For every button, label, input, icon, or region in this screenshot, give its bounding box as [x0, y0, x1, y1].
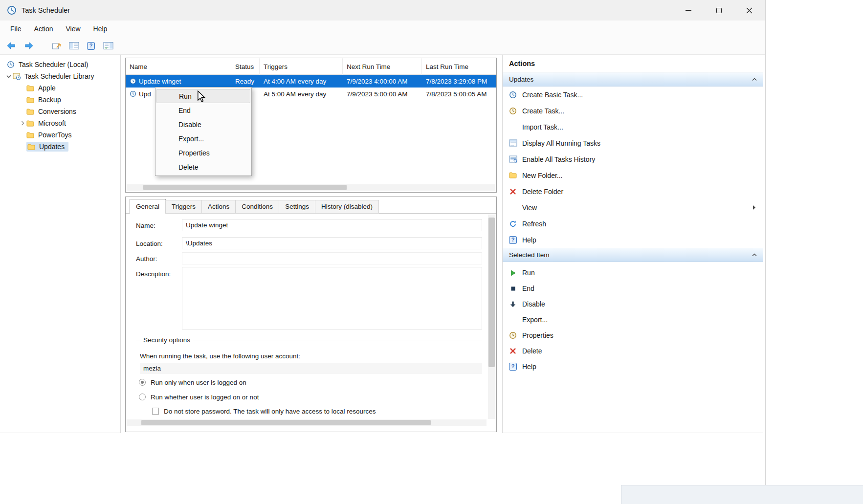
- section-header-label: Updates: [509, 76, 533, 83]
- detail-horizontal-scrollbar[interactable]: [127, 419, 487, 426]
- tree-folder-backup[interactable]: Backup: [0, 94, 120, 106]
- location-field: \Updates: [182, 237, 482, 249]
- submenu-arrow-icon: [752, 205, 756, 210]
- task-detail-panel: General Triggers Actions Conditions Sett…: [125, 197, 497, 432]
- new-folder-icon: [508, 171, 518, 180]
- chevron-down-icon[interactable]: [5, 75, 13, 78]
- run-icon: [508, 268, 518, 277]
- export-list-button[interactable]: [50, 40, 63, 52]
- action-run[interactable]: Run: [503, 265, 763, 281]
- action-create-task[interactable]: Create Task...: [503, 103, 763, 119]
- scrollbar-thumb[interactable]: [141, 420, 431, 425]
- action-help-selected[interactable]: ? Help: [503, 359, 763, 374]
- folder-icon: [26, 132, 36, 138]
- column-header-triggers[interactable]: Triggers: [260, 58, 343, 75]
- tree-folder-apple[interactable]: Apple: [0, 82, 120, 94]
- menu-file[interactable]: File: [4, 22, 28, 36]
- tab-triggers[interactable]: Triggers: [165, 200, 202, 214]
- action-delete[interactable]: Delete: [503, 343, 763, 359]
- task-next-run-cell: 7/9/2023 4:00:00 AM: [343, 75, 408, 88]
- task-row-update-winget[interactable]: Update winget Ready At 4:00 AM every day…: [126, 75, 496, 88]
- action-properties[interactable]: Properties: [503, 328, 763, 343]
- task-scheduler-window: Task Scheduler File Action View Help: [0, 0, 766, 504]
- scrollbar-thumb[interactable]: [488, 218, 495, 367]
- forward-button[interactable]: [22, 40, 35, 52]
- tab-settings[interactable]: Settings: [279, 200, 315, 214]
- detail-vertical-scrollbar[interactable]: [488, 215, 495, 419]
- action-label: Create Basic Task...: [522, 91, 583, 99]
- radio-logged-on-or-not[interactable]: [139, 394, 146, 400]
- column-header-next-run[interactable]: Next Run Time: [343, 58, 422, 75]
- task-last-run-cell: 7/8/2023 3:29:08 PM: [422, 75, 487, 88]
- task-list-horizontal-scrollbar[interactable]: [127, 184, 495, 191]
- checkbox-no-password[interactable]: [152, 408, 159, 415]
- back-button[interactable]: [5, 40, 18, 52]
- action-delete-folder[interactable]: Delete Folder: [503, 183, 763, 199]
- tree-library[interactable]: Task Scheduler Library: [0, 70, 120, 82]
- column-header-status[interactable]: Status: [231, 58, 260, 75]
- action-end[interactable]: End: [503, 281, 763, 296]
- action-display-running-tasks[interactable]: Display All Running Tasks: [503, 135, 763, 151]
- menu-action[interactable]: Action: [28, 22, 60, 36]
- selected-item-section-header[interactable]: Selected Item: [503, 248, 763, 262]
- detail-tabs: General Triggers Actions Conditions Sett…: [130, 199, 378, 214]
- tree-folder-label: Backup: [38, 96, 61, 104]
- tree-root[interactable]: Task Scheduler (Local): [0, 59, 120, 70]
- folder-icon: [27, 144, 37, 150]
- action-label: Properties: [522, 331, 553, 339]
- task-status-cell: Ready: [231, 75, 254, 88]
- task-list-header: Name Status Triggers Next Run Time Last …: [126, 58, 496, 75]
- actions-panel: Actions Updates Create Basic Task... Cre…: [502, 55, 763, 433]
- tab-history[interactable]: History (disabled): [315, 200, 379, 214]
- column-header-name[interactable]: Name: [126, 58, 231, 75]
- menu-view[interactable]: View: [59, 22, 87, 36]
- account-prompt: When running the task, use the following…: [140, 352, 300, 360]
- task-name: Update winget: [139, 78, 181, 85]
- export-icon: [508, 315, 518, 324]
- folder-icon: [26, 85, 36, 91]
- radio-logged-on[interactable]: [139, 379, 146, 386]
- chevron-right-icon[interactable]: [19, 121, 26, 126]
- tree-folder-conversions[interactable]: Conversions: [0, 106, 120, 117]
- context-properties[interactable]: Properties: [156, 146, 250, 160]
- action-export[interactable]: Export...: [503, 312, 763, 328]
- tree-folder-updates[interactable]: Updates: [0, 141, 120, 153]
- action-new-folder[interactable]: New Folder...: [503, 167, 763, 183]
- context-disable[interactable]: Disable: [156, 117, 250, 131]
- toolbar-help-button[interactable]: ?: [85, 40, 97, 52]
- action-create-basic-task[interactable]: Create Basic Task...: [503, 87, 763, 103]
- close-button[interactable]: [734, 0, 764, 21]
- updates-actions-list: Create Basic Task... Create Task... Impo…: [503, 87, 763, 248]
- action-help-updates[interactable]: ? Help: [503, 232, 763, 248]
- show-hide-tree-button[interactable]: [67, 40, 80, 52]
- console-tree-icon: [69, 42, 79, 50]
- action-label: Refresh: [522, 220, 546, 228]
- action-disable[interactable]: Disable: [503, 296, 763, 312]
- updates-section-header[interactable]: Updates: [503, 72, 763, 87]
- tab-conditions[interactable]: Conditions: [235, 200, 279, 214]
- enable-history-icon: [508, 155, 518, 164]
- context-export[interactable]: Export...: [156, 131, 250, 146]
- window-title: Task Scheduler: [22, 6, 70, 14]
- action-refresh[interactable]: Refresh: [503, 216, 763, 232]
- refresh-icon: [508, 219, 518, 228]
- tab-actions[interactable]: Actions: [201, 200, 236, 214]
- menu-help[interactable]: Help: [87, 22, 114, 36]
- context-delete[interactable]: Delete: [156, 160, 250, 174]
- action-import-task[interactable]: Import Task...: [503, 119, 763, 135]
- tree-folder-powertoys[interactable]: PowerToys: [0, 129, 120, 141]
- context-end[interactable]: End: [156, 103, 250, 117]
- show-hide-action-pane-button[interactable]: [102, 40, 114, 52]
- tab-general[interactable]: General: [130, 199, 166, 214]
- tree-folder-microsoft[interactable]: Microsoft: [0, 117, 120, 129]
- action-view[interactable]: View: [503, 199, 763, 216]
- task-last-run-cell: 7/8/2023 5:00:05 AM: [422, 88, 487, 100]
- column-header-last-run[interactable]: Last Run Time: [422, 58, 496, 75]
- maximize-button[interactable]: [704, 0, 734, 21]
- action-label: End: [522, 285, 534, 292]
- minimize-button[interactable]: [673, 0, 704, 21]
- selected-tree-item: Updates: [26, 142, 68, 152]
- action-label: View: [522, 204, 537, 212]
- scrollbar-thumb[interactable]: [143, 185, 347, 190]
- action-enable-history[interactable]: Enable All Tasks History: [503, 151, 763, 167]
